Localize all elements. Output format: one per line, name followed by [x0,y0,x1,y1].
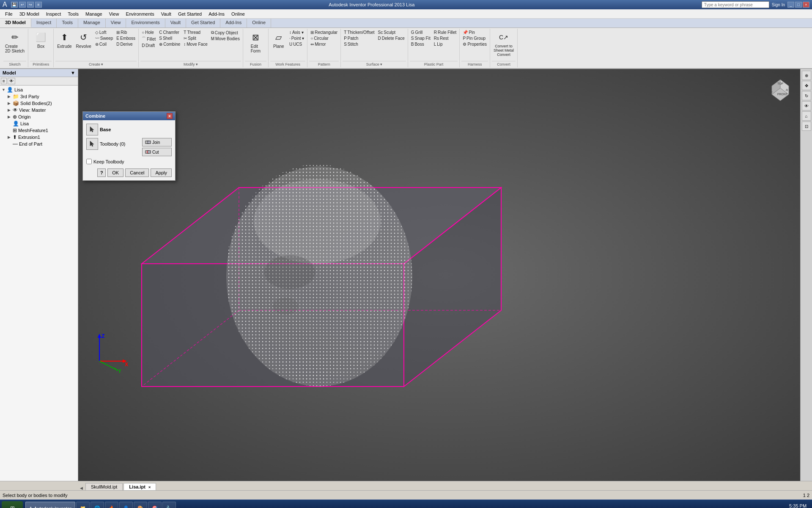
loft-btn[interactable]: ◇ Loft [94,30,115,35]
thread-btn[interactable]: T Thread [182,30,208,35]
help-btn[interactable]: ? [97,168,106,177]
search-input[interactable] [702,1,769,8]
copy-object-btn[interactable]: ⧉ Copy Object [210,30,241,36]
pin-group-btn[interactable]: P Pin Group [461,36,488,41]
sweep-btn[interactable]: 〰 Sweep [94,36,115,41]
tab-vault[interactable]: Vault [165,19,186,28]
base-select-btn[interactable] [86,124,98,135]
rpanel-home-btn[interactable]: ⌂ [802,111,811,121]
combine-close-btn[interactable]: × [167,113,173,119]
derive-btn[interactable]: D Derive [115,41,137,47]
menu-file[interactable]: File [2,11,16,17]
ok-btn[interactable]: OK [107,168,123,177]
rectangular-btn[interactable]: ⊞ Rectangular [309,30,339,35]
close-btn[interactable]: × [803,2,809,8]
qat-btn-4[interactable]: ≡ [35,2,42,8]
convert-sheet-metal-btn[interactable]: C↗ Convert toSheet MetalConvert [492,30,516,58]
coil-btn[interactable]: ⊛ Coil [94,41,115,47]
tab-online[interactable]: Online [247,19,271,28]
plane-btn[interactable]: ▱ Plane [270,30,287,50]
qat-btn-1[interactable]: 💾 [11,2,18,8]
maximize-btn[interactable]: □ [795,2,802,8]
start-button[interactable]: ⊞ [2,501,23,508]
taskbar-target-btn[interactable]: 🎯 [148,502,162,508]
rpanel-orbit-btn[interactable]: ↻ [802,91,811,100]
move-face-btn[interactable]: ↕ Move Face [182,41,208,47]
grill-btn[interactable]: G Grill [410,30,432,35]
menu-getstarted[interactable]: Get Started [175,11,205,17]
rpanel-look-btn[interactable]: 👁 [802,101,811,110]
tree-item-mesh-feature[interactable]: ⊞ MeshFeature1 [7,127,77,134]
extrude-btn[interactable]: ⬆ Extrude [55,30,73,50]
sidebar-options-btn[interactable]: ▼ [71,70,75,75]
taskbar-photoshop-btn[interactable]: 🎨 [134,502,147,508]
menu-3dmodel[interactable]: 3D Model [16,11,43,17]
cancel-btn[interactable]: Cancel [125,168,149,177]
tab-skull-mold[interactable]: SkullMold.ipt [85,483,123,490]
taskbar-user-btn[interactable]: 👤 [119,502,133,508]
sidebar-view-btn[interactable]: 👁 [8,78,15,84]
thicken-offset-btn[interactable]: T Thicken/Offset [343,30,376,35]
circular-btn[interactable]: ○ Circular [309,36,339,41]
edit-form-btn[interactable]: ⊠ EditForm [247,30,264,54]
shell-btn[interactable]: S Shell [158,36,181,41]
tab-lisa[interactable]: Lisa.ipt × [123,483,156,490]
tab-tools[interactable]: Tools [57,19,78,28]
tree-item-lisa-sub[interactable]: 👤 Lisa [7,120,77,127]
split-btn[interactable]: ✂ Split [182,36,208,41]
hole-btn[interactable]: ○ Hole [140,30,157,35]
tab-getstarted[interactable]: Get Started [186,19,220,28]
tree-item-lisa-root[interactable]: ▼ 👤 Lisa [1,86,77,93]
taskbar-explorer-btn[interactable]: 📁 [76,502,90,508]
rpanel-zoom-btn[interactable]: ⊕ [802,71,811,80]
stitch-btn[interactable]: S Stitch [343,41,376,47]
snap-fit-btn[interactable]: S Snap Fit [410,36,432,41]
ucs-btn[interactable]: U UCS [288,41,305,47]
nav-cube[interactable]: FRONT L R TOP [765,73,795,103]
rpanel-fit-btn[interactable]: ⊡ [802,121,811,131]
cut-op-btn[interactable]: Cut [142,148,172,156]
rest-btn[interactable]: Rs Rest [433,36,458,41]
move-bodies-btn[interactable]: M Move Bodies [210,36,241,41]
combine-btn[interactable]: ⊕ Combine [158,41,181,47]
tree-item-view-master[interactable]: ▶ 👁 View: Master [7,107,77,113]
patch-btn[interactable]: P Patch [343,36,376,41]
toolbody-select-btn[interactable] [86,138,98,150]
menu-addins[interactable]: Add-Ins [205,11,228,17]
tab-lisa-close[interactable]: × [148,485,151,489]
draft-btn[interactable]: D Draft [140,43,157,48]
tree-item-extrusion1[interactable]: ▶ ⬆ Extrusion1 [7,134,77,141]
lip-btn[interactable]: L Lip [433,41,458,47]
minimize-btn[interactable]: _ [787,2,794,8]
create-2d-sketch-btn[interactable]: ✏ Create2D Sketch [3,30,26,54]
keep-toolbody-check[interactable] [86,159,92,164]
menu-environments[interactable]: Environments [122,11,157,17]
menu-manage[interactable]: Manage [82,11,106,17]
mirror-btn[interactable]: ⇔ Mirror [309,41,339,47]
point-btn[interactable]: · Point ▾ [288,36,305,41]
sculpt-btn[interactable]: Sc Sculpt [377,30,406,35]
revolve-btn[interactable]: ↺ Revolve [74,30,93,50]
apply-btn[interactable]: Apply [151,168,172,177]
sidebar-filter-btn[interactable]: ≡ [1,78,7,84]
box-btn[interactable]: ⬜ Box [33,30,49,50]
taskbar-settings-btn[interactable]: 🔧 [162,502,176,508]
rpanel-pan-btn[interactable]: ✥ [802,81,811,90]
pin-btn[interactable]: 📌 Pin [461,30,488,35]
signin-label[interactable]: Sign In [772,3,785,7]
tab-inspect[interactable]: Inspect [31,19,57,28]
tree-item-end-of-part[interactable]: — End of Part [7,141,77,147]
emboss-btn[interactable]: E Emboss [115,36,137,41]
tree-item-origin[interactable]: ▶ ⊕ Origin [7,113,77,120]
tab-environments[interactable]: Environments [126,19,165,28]
viewport[interactable]: Z X Y FRONT L R TOP [78,69,812,481]
menu-view[interactable]: View [106,11,123,17]
taskbar-chrome-btn[interactable]: 🌐 [91,502,104,508]
tab-view[interactable]: View [106,19,126,28]
tab-manage[interactable]: Manage [78,19,106,28]
taskbar-inventor-btn[interactable]: A Autodesk Inventor [25,502,75,508]
taskbar-firefox-btn[interactable]: 🔥 [105,502,118,508]
properties-btn[interactable]: ⚙ Properties [461,41,488,47]
join-op-btn[interactable]: Join [142,138,172,146]
tab-3dmodel[interactable]: 3D Model [0,19,31,28]
